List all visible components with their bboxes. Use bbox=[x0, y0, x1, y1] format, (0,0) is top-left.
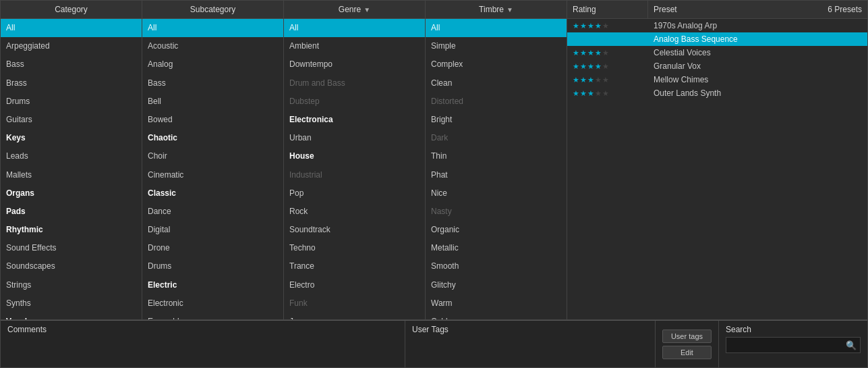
list-item[interactable]: Phat bbox=[426, 166, 567, 184]
list-item[interactable]: Cold bbox=[426, 313, 567, 319]
list-item[interactable]: Organs bbox=[1, 184, 142, 203]
list-item[interactable]: Drum and Bass bbox=[284, 74, 425, 93]
list-item[interactable]: Dubstep bbox=[284, 93, 425, 111]
list-item[interactable]: Downtempo bbox=[284, 55, 425, 74]
list-item[interactable]: Funk bbox=[284, 294, 425, 313]
preset-list[interactable]: ★★★★★1970s Analog Arp★★★★★Analog Bass Se… bbox=[567, 19, 867, 319]
list-item[interactable]: Digital bbox=[142, 221, 283, 239]
genre-header[interactable]: Genre ▼ bbox=[284, 1, 425, 19]
search-input[interactable] bbox=[726, 337, 861, 353]
list-item[interactable]: Drone bbox=[142, 239, 283, 257]
subcategory-header-label: Subcategory bbox=[190, 5, 235, 14]
list-item[interactable]: Mallets bbox=[1, 166, 142, 184]
genre-dropdown-arrow[interactable]: ▼ bbox=[364, 6, 370, 14]
tag-buttons-section: User tags Edit bbox=[656, 321, 719, 367]
list-item[interactable]: Bass bbox=[142, 74, 283, 93]
list-item[interactable]: Jazz bbox=[284, 313, 425, 319]
list-item[interactable]: Bell bbox=[142, 93, 283, 111]
list-item[interactable]: Techno bbox=[284, 239, 425, 257]
list-item[interactable]: Soundtrack bbox=[284, 221, 425, 239]
list-item[interactable]: Warm bbox=[426, 294, 567, 313]
rating-preset-column: Rating Preset 6 Presets ★★★★★1970s Analo… bbox=[567, 1, 867, 319]
search-section: Search 🔍 bbox=[719, 321, 867, 367]
list-item[interactable]: Synths bbox=[1, 294, 142, 313]
list-item[interactable]: Nice bbox=[426, 184, 567, 203]
list-item[interactable]: Choir bbox=[142, 147, 283, 165]
list-item[interactable]: All bbox=[284, 19, 425, 37]
preset-stars: ★★★★★ bbox=[567, 22, 648, 30]
list-item[interactable]: Electric bbox=[142, 276, 283, 294]
list-item[interactable]: Leads bbox=[1, 147, 142, 165]
list-item[interactable]: Strings bbox=[1, 276, 142, 294]
list-item[interactable]: Electro bbox=[284, 276, 425, 294]
list-item[interactable]: Bright bbox=[426, 111, 567, 129]
list-item[interactable]: Electronic bbox=[142, 294, 283, 313]
list-item[interactable]: All bbox=[1, 19, 142, 37]
list-item[interactable]: Urban bbox=[284, 129, 425, 147]
list-item[interactable]: Soundscapes bbox=[1, 257, 142, 275]
edit-button[interactable]: Edit bbox=[662, 346, 712, 359]
list-item[interactable]: Trance bbox=[284, 257, 425, 275]
preset-header-label: Preset bbox=[648, 1, 822, 18]
list-item[interactable]: Pads bbox=[1, 203, 142, 221]
subcategory-list[interactable]: AllAcousticAnalogBassBellBowedChaoticCho… bbox=[142, 19, 283, 319]
list-item[interactable]: Electronica bbox=[284, 111, 425, 129]
list-item[interactable]: All bbox=[142, 19, 283, 37]
list-item[interactable]: Chaotic bbox=[142, 129, 283, 147]
list-item[interactable]: Distorted bbox=[426, 93, 567, 111]
list-item[interactable]: Classic bbox=[142, 184, 283, 203]
list-item[interactable]: Arpeggiated bbox=[1, 37, 142, 55]
list-item[interactable]: Keys bbox=[1, 129, 142, 147]
subcategory-column: Subcategory AllAcousticAnalogBassBellBow… bbox=[142, 1, 284, 319]
list-item[interactable]: Glitchy bbox=[426, 276, 567, 294]
user-tags-button[interactable]: User tags bbox=[662, 330, 712, 343]
preset-row[interactable]: ★★★★★Analog Bass Sequence bbox=[567, 32, 867, 46]
list-item[interactable]: All bbox=[426, 19, 567, 37]
preset-row[interactable]: ★★★★★1970s Analog Arp bbox=[567, 19, 867, 32]
timbre-list[interactable]: AllSimpleComplexCleanDistortedBrightDark… bbox=[426, 19, 567, 319]
list-item[interactable]: Dark bbox=[426, 129, 567, 147]
list-item[interactable]: Dance bbox=[142, 203, 283, 221]
list-item[interactable]: Rhythmic bbox=[1, 221, 142, 239]
list-item[interactable]: Sound Effects bbox=[1, 239, 142, 257]
list-item[interactable]: Thin bbox=[426, 147, 567, 165]
preset-name: Outer Lands Synth bbox=[648, 88, 867, 98]
list-item[interactable]: Brass bbox=[1, 74, 142, 93]
list-item[interactable]: Acoustic bbox=[142, 37, 283, 55]
list-item[interactable]: Complex bbox=[426, 55, 567, 74]
timbre-header[interactable]: Timbre ▼ bbox=[426, 1, 567, 19]
preset-row[interactable]: ★★★★★Mellow Chimes bbox=[567, 73, 867, 86]
search-label: Search bbox=[726, 325, 861, 334]
list-item[interactable]: Ambient bbox=[284, 37, 425, 55]
timbre-dropdown-arrow[interactable]: ▼ bbox=[507, 6, 513, 14]
list-item[interactable]: House bbox=[284, 147, 425, 165]
list-item[interactable]: Vocals bbox=[1, 313, 142, 319]
category-header-label: Category bbox=[55, 5, 88, 14]
list-item[interactable]: Simple bbox=[426, 37, 567, 55]
preset-row[interactable]: ★★★★★Outer Lands Synth bbox=[567, 86, 867, 100]
category-list[interactable]: AllArpeggiatedBassBrassDrumsGuitarsKeysL… bbox=[1, 19, 142, 319]
preset-stars: ★★★★★ bbox=[567, 35, 648, 44]
bottom-section: Comments User Tags User tags Edit Search… bbox=[1, 320, 867, 367]
list-item[interactable]: Analog bbox=[142, 55, 283, 74]
list-item[interactable]: Ensemble bbox=[142, 313, 283, 319]
list-item[interactable]: Rock bbox=[284, 203, 425, 221]
list-item[interactable]: Cinematic bbox=[142, 166, 283, 184]
list-item[interactable]: Bass bbox=[1, 55, 142, 74]
top-section: Category AllArpeggiatedBassBrassDrumsGui… bbox=[1, 1, 867, 320]
list-item[interactable]: Smooth bbox=[426, 257, 567, 275]
list-item[interactable]: Industrial bbox=[284, 166, 425, 184]
list-item[interactable]: Metallic bbox=[426, 239, 567, 257]
list-item[interactable]: Pop bbox=[284, 184, 425, 203]
list-item[interactable]: Nasty bbox=[426, 203, 567, 221]
list-item[interactable]: Guitars bbox=[1, 111, 142, 129]
list-item[interactable]: Drums bbox=[142, 257, 283, 275]
list-item[interactable]: Bowed bbox=[142, 111, 283, 129]
genre-list[interactable]: AllAmbientDowntempoDrum and BassDubstepE… bbox=[284, 19, 425, 319]
preset-row[interactable]: ★★★★★Celestial Voices bbox=[567, 46, 867, 59]
list-item[interactable]: Organic bbox=[426, 221, 567, 239]
preset-count: 6 Presets bbox=[822, 1, 867, 18]
list-item[interactable]: Drums bbox=[1, 93, 142, 111]
preset-row[interactable]: ★★★★★Granular Vox bbox=[567, 59, 867, 73]
list-item[interactable]: Clean bbox=[426, 74, 567, 93]
